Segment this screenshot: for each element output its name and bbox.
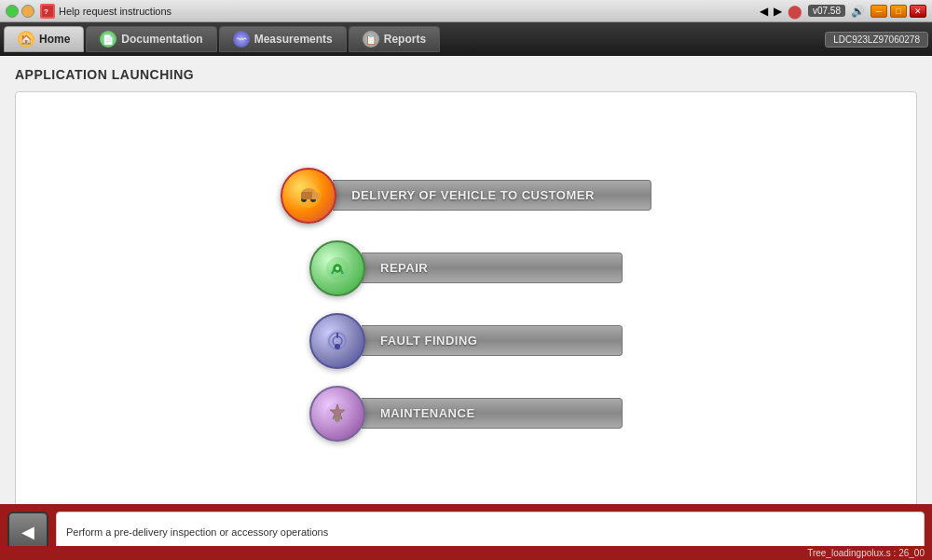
nav-arrow-left[interactable]: ◀	[760, 5, 768, 18]
delivery-icon	[281, 168, 336, 224]
meas-tab-label: Measurements	[254, 33, 333, 46]
maintenance-icon	[309, 386, 365, 442]
home-tab-icon: 🏠	[18, 31, 34, 48]
delivery-label: DELIVERY OF VEHICLE TO CUSTOMER	[333, 180, 651, 211]
title-bar-text: Help request instructions	[59, 6, 760, 17]
title-btn-yellow[interactable]	[21, 5, 34, 18]
repair-icon	[309, 240, 365, 296]
tab-home[interactable]: 🏠 Home	[4, 26, 84, 52]
maximize-btn[interactable]: □	[890, 5, 907, 18]
title-bar: ? Help request instructions ◀ ▶ ⬤ v07.58…	[0, 0, 932, 22]
svg-point-9	[336, 266, 339, 270]
app-row-repair[interactable]: REPAIR	[309, 240, 623, 296]
version-badge: v07.58	[808, 5, 845, 17]
nav-bar: 🏠 Home 📄 Documentation 〰 Measurements 📋 …	[0, 22, 932, 56]
fault-icon	[309, 313, 365, 369]
app-icon: ?	[40, 4, 55, 19]
maintenance-label: MAINTENANCE	[362, 398, 623, 429]
tree-loading-text: Tree_loadingpolux.s : 26_00	[807, 548, 925, 558]
tab-measurements[interactable]: 〰 Measurements	[219, 26, 347, 52]
rep-tab-label: Reports	[384, 33, 426, 46]
app-panel: DELIVERY OF VEHICLE TO CUSTOMER REPAIR	[15, 91, 917, 504]
back-arrow-icon: ◀	[21, 522, 34, 542]
status-message: Perform a pre-delivery inspection or acc…	[66, 526, 328, 538]
stop-btn[interactable]: ⬤	[788, 4, 802, 19]
svg-point-15	[335, 417, 340, 422]
app-row-maintenance[interactable]: MAINTENANCE	[309, 386, 623, 442]
fault-label: FAULT FINDING	[362, 325, 623, 356]
main-content: APPLICATION LAUNCHING DELIVERY OF VEHICL…	[0, 56, 932, 504]
home-tab-label: Home	[39, 33, 70, 46]
repair-label: REPAIR	[362, 253, 623, 283]
page-title: APPLICATION LAUNCHING	[15, 67, 917, 82]
tab-documentation[interactable]: 📄 Documentation	[86, 26, 216, 52]
tab-reports[interactable]: 📋 Reports	[349, 26, 440, 52]
meas-tab-icon: 〰	[233, 31, 250, 48]
svg-point-13	[335, 344, 340, 349]
nav-arrow-right[interactable]: ▶	[774, 5, 782, 18]
minimize-btn[interactable]: ─	[870, 5, 887, 18]
title-bar-right: ◀ ▶ ⬤ v07.58 🔊 ─ □ ✕	[760, 4, 926, 19]
title-btn-green[interactable]	[6, 5, 19, 18]
doc-tab-icon: 📄	[100, 31, 116, 48]
doc-tab-label: Documentation	[121, 33, 202, 46]
app-row-fault[interactable]: FAULT FINDING	[309, 313, 623, 369]
rep-tab-icon: 📋	[363, 31, 379, 48]
app-row-delivery[interactable]: DELIVERY OF VEHICLE TO CUSTOMER	[281, 168, 651, 224]
nav-id-display: LDC923LZ97060278	[825, 32, 928, 48]
volume-icon: 🔊	[851, 5, 865, 18]
svg-text:?: ?	[44, 7, 48, 16]
close-btn[interactable]: ✕	[910, 5, 926, 18]
